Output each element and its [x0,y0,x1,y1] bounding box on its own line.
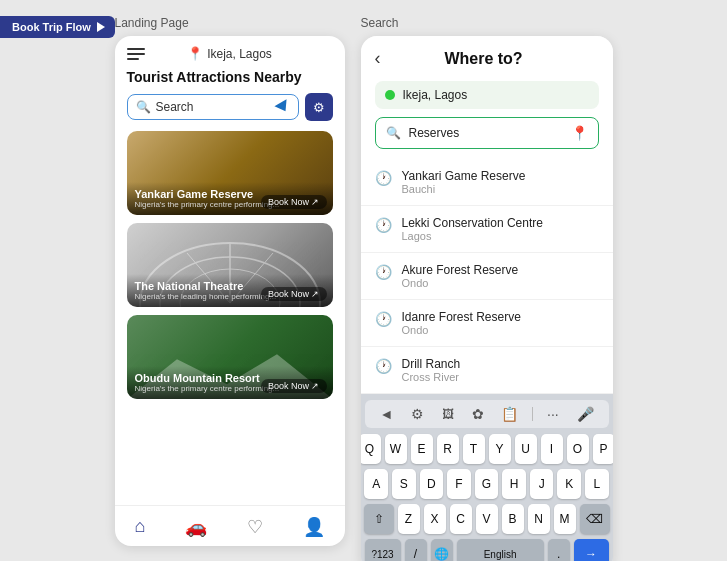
left-panel-wrapper: Landing Page 📍 Ikeja, Lagos Tourist Attr… [115,16,345,546]
filter-icon: ⚙ [313,100,325,115]
current-location-chip[interactable]: Ikeja, Lagos [375,81,599,109]
key-shift[interactable]: ⇧ [364,504,394,534]
key-g[interactable]: G [475,469,499,499]
kb-clipboard-icon[interactable]: 📋 [497,404,522,424]
search-panel-header: ‹ Where to? [375,48,599,69]
back-button[interactable]: ‹ [375,48,381,69]
key-t[interactable]: T [463,434,485,464]
card-obudu[interactable]: Obudu Mountain Resort Nigeria's the prim… [127,315,333,399]
key-k[interactable]: K [557,469,581,499]
result-name-1: Lekki Conservation Centre [402,216,543,230]
key-v[interactable]: V [476,504,498,534]
attraction-cards-list: Yankari Game Reserve Nigeria's the prima… [115,131,345,497]
result-name-2: Akure Forest Reserve [402,263,519,277]
key-n[interactable]: N [528,504,550,534]
result-name-4: Drill Ranch [402,357,461,371]
key-period[interactable]: . [548,539,570,561]
kb-more-icon[interactable]: ··· [543,404,563,424]
nav-user-icon[interactable]: 👤 [303,516,325,538]
kb-emoji-icon[interactable]: ✿ [468,404,488,424]
nav-car-icon[interactable]: 🚗 [185,516,207,538]
kb-row-1: Q W E R T Y U I O P [365,434,609,464]
key-d[interactable]: D [420,469,444,499]
search-field-icon: 🔍 [386,126,401,140]
results-list: 🕐 Yankari Game Reserve Bauchi 🕐 Lekki Co… [361,159,613,394]
kb-settings-icon[interactable]: ⚙ [407,404,428,424]
right-panel-wrapper: Search ‹ Where to? Ikeja, Lagos 🔍 Reserv… [361,16,613,561]
key-l[interactable]: L [585,469,609,499]
search-field[interactable]: 🔍 Reserves 📍 [375,117,599,149]
kb-back-icon[interactable]: ◄ [375,404,397,424]
key-e[interactable]: E [411,434,433,464]
kb-row-3: ⇧ Z X C V B N M ⌫ [365,504,609,534]
bottom-nav: ⌂ 🚗 ♡ 👤 [115,505,345,546]
card-yankari[interactable]: Yankari Game Reserve Nigeria's the prima… [127,131,333,215]
book-btn-1[interactable]: Book Now ↗ [261,195,327,209]
key-a[interactable]: A [364,469,388,499]
result-text-0: Yankari Game Reserve Bauchi [402,169,526,195]
hamburger-menu-icon[interactable] [127,48,145,60]
key-backspace[interactable]: ⌫ [580,504,610,534]
cursor-arrow-icon [274,99,291,115]
search-panel: ‹ Where to? Ikeja, Lagos 🔍 Reserves 📍 🕐 … [361,36,613,561]
key-o[interactable]: O [567,434,589,464]
result-item-0[interactable]: 🕐 Yankari Game Reserve Bauchi [361,159,613,206]
search-input[interactable]: Search [156,100,269,114]
search-box[interactable]: 🔍 Search [127,94,299,120]
book-btn-2[interactable]: Book Now ↗ [261,287,327,301]
result-name-0: Yankari Game Reserve [402,169,526,183]
filter-button[interactable]: ⚙ [305,93,333,121]
key-y[interactable]: Y [489,434,511,464]
result-sub-2: Ondo [402,277,519,289]
result-item-4[interactable]: 🕐 Drill Ranch Cross River [361,347,613,394]
key-s[interactable]: S [392,469,416,499]
keyboard-toolbar: ◄ ⚙ 🖼 ✿ 📋 ··· 🎤 [365,400,609,428]
card-national-theatre[interactable]: The National Theatre Nigeria's the leadi… [127,223,333,307]
result-item-2[interactable]: 🕐 Akure Forest Reserve Ondo [361,253,613,300]
location-text: Ikeja, Lagos [207,47,272,61]
key-z[interactable]: Z [398,504,420,534]
phone-left: 📍 Ikeja, Lagos Tourist Attractions Nearb… [115,36,345,546]
result-item-3[interactable]: 🕐 Idanre Forest Reserve Ondo [361,300,613,347]
key-p[interactable]: P [593,434,613,464]
key-h[interactable]: H [502,469,526,499]
result-item-1[interactable]: 🕐 Lekki Conservation Centre Lagos [361,206,613,253]
result-name-3: Idanre Forest Reserve [402,310,521,324]
flow-arrow-icon [97,22,105,32]
search-row: 🔍 Search ⚙ [115,93,345,131]
nav-heart-icon[interactable]: ♡ [247,516,263,538]
search-field-input[interactable]: Reserves [409,126,563,140]
kb-image-icon[interactable]: 🖼 [438,405,458,423]
clock-icon-3: 🕐 [375,311,392,327]
search-icon: 🔍 [136,100,151,114]
key-f[interactable]: F [447,469,471,499]
result-text-1: Lekki Conservation Centre Lagos [402,216,543,242]
kb-row-2: A S D F G H J K L [365,469,609,499]
key-c[interactable]: C [450,504,472,534]
kb-mic-icon[interactable]: 🎤 [573,404,598,424]
clock-icon-4: 🕐 [375,358,392,374]
key-slash[interactable]: / [405,539,427,561]
key-w[interactable]: W [385,434,407,464]
green-dot-icon [385,90,395,100]
key-globe[interactable]: 🌐 [431,539,453,561]
nav-home-icon[interactable]: ⌂ [134,516,145,538]
key-j[interactable]: J [530,469,554,499]
book-btn-3[interactable]: Book Now ↗ [261,379,327,393]
key-numbers[interactable]: ?123 [365,539,401,561]
result-sub-4: Cross River [402,371,461,383]
key-x[interactable]: X [424,504,446,534]
keyboard-rows: Q W E R T Y U I O P A S D F G [365,434,609,561]
phone-header: 📍 Ikeja, Lagos [115,36,345,65]
key-q[interactable]: Q [361,434,381,464]
key-b[interactable]: B [502,504,524,534]
key-enter[interactable]: → [574,539,609,561]
key-u[interactable]: U [515,434,537,464]
key-space[interactable]: English [457,539,544,561]
clock-icon-1: 🕐 [375,217,392,233]
key-m[interactable]: M [554,504,576,534]
left-panel-label: Landing Page [115,16,189,30]
result-text-2: Akure Forest Reserve Ondo [402,263,519,289]
key-i[interactable]: I [541,434,563,464]
key-r[interactable]: R [437,434,459,464]
